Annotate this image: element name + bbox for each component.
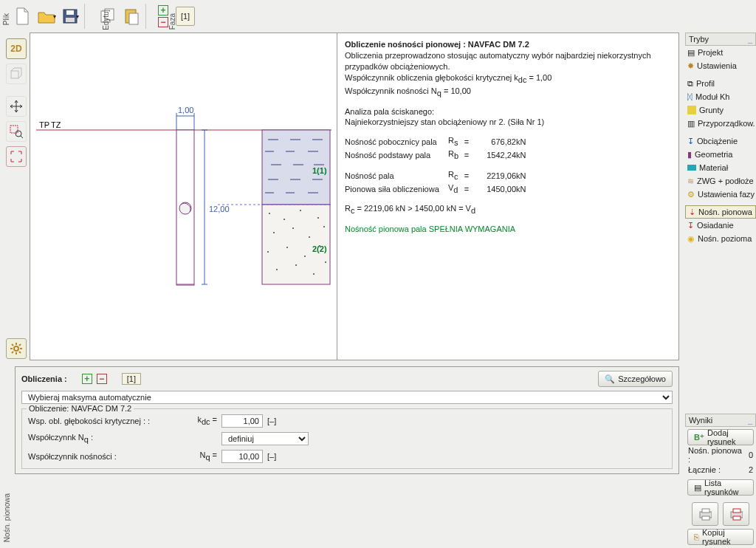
label-tz: TZ <box>51 120 61 129</box>
svg-point-39 <box>273 232 275 233</box>
svg-rect-58 <box>733 516 740 520</box>
label-faza: Faza <box>168 13 176 30</box>
results-table2: Nośność palaRc=2219,06 kN Pionowa siła o… <box>345 169 526 196</box>
svg-rect-2 <box>66 18 75 22</box>
calc-frame-legend: Obliczenie: NAVFAC DM 7.2 <box>27 404 134 413</box>
svg-rect-7 <box>11 71 18 78</box>
wyniki-lacznie-value: 2 <box>749 465 753 474</box>
tryby-przyp[interactable]: ▥Przyporządkow. <box>685 117 756 130</box>
pan-button[interactable] <box>6 96 27 117</box>
print-button-2[interactable] <box>723 502 749 526</box>
wyniki-pionowa-label: Nośn. pionowa : <box>688 446 744 464</box>
dodaj-rysunek-button[interactable]: B⁺Dodaj rysunek <box>687 429 754 445</box>
f3-label: Współczynnik nośności : <box>28 452 190 461</box>
svg-point-10 <box>14 346 18 351</box>
phase-tab-1[interactable]: [1] <box>176 7 195 26</box>
svg-point-35 <box>269 213 270 214</box>
viewport: TP TZ 1,00 12,00 <box>30 32 679 360</box>
svg-point-9 <box>16 131 21 137</box>
results-kdc: Współczynnik obliczenia głębokości kryty… <box>345 72 671 86</box>
wyniki-pionowa-value: 0 <box>749 451 753 459</box>
calc-frame: Obliczenie: NAVFAC DM 7.2 Wsp. obl. głęb… <box>21 408 673 469</box>
print-button-1[interactable] <box>692 502 718 526</box>
label-edytuj: Edytuj <box>102 10 110 30</box>
calc-phase-tab[interactable]: [1] <box>122 373 141 385</box>
svg-point-50 <box>325 261 326 263</box>
svg-rect-54 <box>702 509 709 513</box>
open-file-button[interactable]: ▾ <box>35 2 58 30</box>
svg-rect-57 <box>733 509 740 513</box>
szczegolowo-button[interactable]: 🔍Szczegółowo <box>598 371 673 387</box>
f3-unit: [–] <box>267 452 276 461</box>
nq-define-select[interactable]: definiuj <box>221 432 309 445</box>
svg-rect-6 <box>129 13 138 24</box>
dim-top: 1,00 <box>178 106 193 114</box>
calc-add-button[interactable]: + <box>82 374 92 384</box>
results-title: Obliczenie nośności pionowej : NAVFAC DM… <box>345 39 671 50</box>
tryby-ustawienia[interactable]: ✸Ustawienia <box>685 59 756 72</box>
svg-point-49 <box>313 273 315 275</box>
svg-rect-1 <box>66 10 74 15</box>
tryby-nosn-pozioma[interactable]: ◉Nośn. pozioma <box>685 232 756 245</box>
status-left: Nośn. pionowa <box>3 493 11 542</box>
svg-point-41 <box>309 236 310 238</box>
tryby-material[interactable]: Materiał <box>685 161 756 174</box>
right-sidebar: Tryby_ ▤Projekt ✸Ustawienia ⧉Profil ᛞMod… <box>685 32 756 548</box>
zoom-button[interactable] <box>6 121 27 142</box>
results-line1: Obliczenia przeprowadzono stosując autom… <box>345 50 671 72</box>
f1-label: Wsp. obl. głębokości krytycznej : : <box>28 417 190 425</box>
svg-point-40 <box>292 227 294 229</box>
tryby-ust-fazy[interactable]: ⚙Ustawienia fazy <box>685 188 756 201</box>
tryby-nosn-pionowa[interactable]: ⇣Nośn. pionowa <box>685 205 756 219</box>
remove-phase-button[interactable]: − <box>158 17 168 27</box>
f1-sym: kdc = <box>195 415 217 426</box>
view-3d-button[interactable] <box>6 64 27 84</box>
fit-view-button[interactable] <box>6 146 27 167</box>
calc-remove-button[interactable]: − <box>97 374 107 384</box>
svg-point-37 <box>300 210 301 211</box>
tryby-projekt[interactable]: ▤Projekt <box>685 46 756 59</box>
wyniki-header: Wyniki_ <box>685 414 756 427</box>
svg-point-43 <box>267 251 269 253</box>
layer2-label: 2(2) <box>312 244 327 253</box>
results-ok: Nośność pionowa pala SPEŁNIA WYMAGANIA <box>345 224 671 235</box>
tryby-grunty[interactable]: Grunty <box>685 103 756 117</box>
save-button[interactable]: ▾ <box>59 2 81 30</box>
obliczenia-label: Obliczenia : <box>21 374 67 383</box>
tryby-obciazenie[interactable]: ↧Obciążenie <box>685 134 756 148</box>
view-2d-button[interactable]: 2D <box>6 38 27 59</box>
kopiuj-rysunek-button[interactable]: ⎘Kopiuj rysunek <box>687 529 754 545</box>
f3-sym: Nq = <box>195 451 217 462</box>
svg-point-38 <box>317 217 319 219</box>
paste-button[interactable] <box>120 2 142 30</box>
results-table: Nośność pobocznicy palaRs=676,82 kN Nośn… <box>345 135 526 162</box>
svg-point-44 <box>286 247 288 248</box>
maxima-select[interactable]: Wybieraj maksyma automatycznie <box>21 391 673 404</box>
view-toolbar: 2D <box>6 38 27 167</box>
label-plik: Plik <box>2 13 10 25</box>
results-compare: Rc = 2219,06 kN > 1450,00 kN = Vd <box>345 203 671 216</box>
nq-input[interactable] <box>221 450 263 463</box>
results-nq: Współczynnik nośności Nq = 10,00 <box>345 86 671 99</box>
tryby-zwg[interactable]: ≋ZWG + podłoże <box>685 174 756 188</box>
svg-point-48 <box>295 264 297 266</box>
add-phase-button[interactable]: + <box>158 5 168 16</box>
settings-gear-button[interactable] <box>6 338 27 359</box>
dim-v: 12,00 <box>209 205 230 213</box>
tryby-osiadanie[interactable]: ↧Osiadanie <box>685 219 756 232</box>
results-panel: Obliczenie nośności pionowej : NAVFAC DM… <box>337 33 678 360</box>
f1-unit: [–] <box>267 417 276 425</box>
tryby-header: Tryby_ <box>685 32 756 46</box>
lista-rysunkow-button[interactable]: ▤Lista rysunków <box>687 479 754 496</box>
wyniki-lacznie-label: Łącznie : <box>688 465 721 474</box>
tryby-modul-kh[interactable]: ᛞModuł Kh <box>685 90 756 103</box>
main-toolbar: ▾ ▾ + − [1] <box>0 0 756 32</box>
tryby-profil[interactable]: ⧉Profil <box>685 77 756 90</box>
bottom-panel: Obliczenia : + − [1] 🔍Szczegółowo Wybier… <box>15 366 679 474</box>
drawing-canvas[interactable]: TP TZ 1,00 12,00 <box>30 33 337 360</box>
new-file-button[interactable] <box>12 2 34 30</box>
tryby-geometria[interactable]: ▮Geometria <box>685 148 756 161</box>
kdc-input[interactable] <box>221 414 263 428</box>
svg-point-42 <box>323 226 325 227</box>
svg-rect-55 <box>702 516 709 520</box>
